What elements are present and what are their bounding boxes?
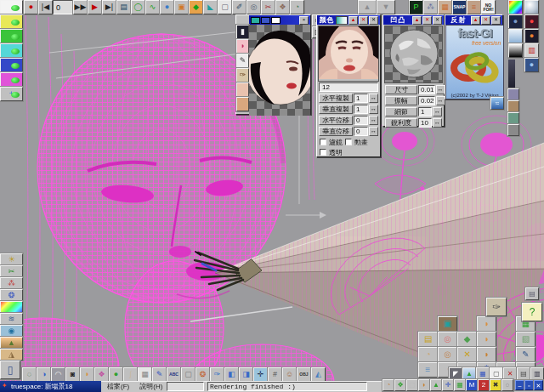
skin-swatch-icon[interactable]: [236, 82, 249, 97]
record-button[interactable]: ●: [24, 0, 38, 14]
polygon-tool-icon[interactable]: ◆: [189, 0, 203, 14]
paint-icon[interactable]: ❖: [94, 367, 109, 382]
rainbow-screen-icon[interactable]: [0, 301, 23, 313]
param-label[interactable]: 振幅: [385, 96, 417, 105]
orbit-tool-icon[interactable]: ◔: [290, 0, 304, 14]
pencil-tool-icon[interactable]: ✎: [516, 347, 536, 362]
prev-frame-button[interactable]: |◀: [38, 0, 53, 14]
param-value[interactable]: 1: [354, 105, 368, 114]
color-window[interactable]: 颜色 ▲ ✕ ✕ 12 水平複製 1 ↔ 垂直複製 1: [316, 14, 381, 157]
glow-material-icon[interactable]: ●: [524, 14, 539, 29]
fast-forward-button[interactable]: ▶▶: [73, 0, 88, 14]
reflection-titlebar[interactable]: 反射 ▲ ✕ ✕: [445, 15, 502, 25]
swatch-white[interactable]: [0, 0, 23, 14]
param-label[interactable]: 垂直複製: [319, 105, 353, 114]
palette2-icon[interactable]: ❂: [196, 367, 210, 382]
page-tool-icon[interactable]: ▢: [218, 0, 232, 14]
spray-tool-icon[interactable]: ◣: [203, 0, 218, 14]
filter-checkbox[interactable]: [320, 139, 326, 145]
drag-arrows-icon[interactable]: ↔: [369, 127, 378, 136]
bump-window[interactable]: 凹凸 ▲ ✕ ✕ 尺寸 0.01 ↔ 振幅 0.02 ↔ 細節 1 ↔: [382, 14, 445, 127]
drag-arrows-icon[interactable]: ↔: [436, 85, 445, 94]
pen-icon[interactable]: ✎: [236, 54, 249, 68]
delete-icon[interactable]: ✕: [481, 16, 490, 25]
brush-icon[interactable]: ✑: [236, 68, 249, 82]
param-label[interactable]: 水平位移: [319, 116, 353, 125]
param-label[interactable]: 垂直位移: [319, 127, 353, 136]
next-frame-button[interactable]: ▶|: [102, 0, 116, 14]
gradient-material-icon[interactable]: [508, 43, 523, 58]
obj-icon[interactable]: OBJ: [297, 367, 311, 382]
face-icon[interactable]: ☺: [282, 367, 297, 382]
small-panel-icon[interactable]: ▤: [525, 287, 539, 300]
wedge-icon[interactable]: ◗: [80, 367, 94, 382]
axes-small-icon[interactable]: ✛: [442, 379, 454, 391]
transparent-checkbox[interactable]: [320, 149, 326, 156]
film-strip-icon[interactable]: ▮: [236, 25, 249, 39]
blue-tool1-icon[interactable]: ◧: [224, 367, 239, 382]
mini-swatch-blue[interactable]: [261, 17, 270, 24]
play-button[interactable]: ▶: [88, 0, 102, 14]
scissors-icon[interactable]: ✂: [0, 265, 23, 277]
color-titlebar[interactable]: 颜色 ▲ ✕ ✕: [317, 15, 380, 25]
help-icon[interactable]: ?: [522, 303, 542, 321]
wedge-small-icon[interactable]: ◗: [418, 379, 430, 391]
orange-wedge1-icon[interactable]: ◗: [477, 316, 496, 332]
film-icon[interactable]: ▥: [530, 367, 544, 380]
box-tool-icon[interactable]: ▣: [174, 0, 189, 14]
sphere-tool-icon[interactable]: ●: [160, 0, 174, 14]
cursor-icon[interactable]: ◤: [449, 367, 462, 380]
glass-cup-icon[interactable]: ◑: [37, 367, 51, 382]
param-label[interactable]: 水平複製: [319, 94, 353, 103]
landscape-icon[interactable]: ▲: [0, 337, 23, 349]
dual-sphere-icon[interactable]: ●: [109, 367, 123, 382]
drag-arrows-icon[interactable]: ↔: [433, 118, 442, 128]
collapse-icon[interactable]: ▲: [471, 16, 480, 25]
donut2-icon[interactable]: ◎: [438, 347, 457, 362]
frame-counter[interactable]: 0: [53, 0, 73, 14]
shell1-icon[interactable]: ◔: [418, 347, 438, 362]
hierarchy-icon[interactable]: ⁂: [423, 0, 438, 14]
param-value[interactable]: 0: [354, 127, 368, 136]
lattice-icon[interactable]: ▧: [516, 332, 536, 347]
delete-icon[interactable]: ✕: [359, 16, 368, 25]
drag-arrows-icon[interactable]: ↔: [369, 116, 378, 125]
donut1-icon[interactable]: ◎: [438, 332, 457, 347]
disk-stack-icon[interactable]: ≋: [0, 313, 23, 325]
keyboard-icon[interactable]: ▤: [517, 367, 530, 380]
cut-tool-icon[interactable]: ✂: [261, 0, 275, 14]
gold-box-icon[interactable]: ▤: [418, 332, 438, 347]
texture-index-field[interactable]: 12: [319, 82, 378, 92]
mini-texture-3-icon[interactable]: [507, 112, 519, 124]
terrain-icon[interactable]: ◮: [0, 349, 23, 361]
mini-texture-1-icon[interactable]: [507, 88, 519, 100]
material-preview-window[interactable]: × ▮◗✎✑: [235, 14, 311, 115]
ring-tool-icon[interactable]: ◯: [131, 0, 145, 14]
drag-arrows-icon[interactable]: ↔: [369, 105, 378, 114]
skeleton-icon[interactable]: #: [268, 367, 282, 382]
param-label[interactable]: 銳利度: [385, 118, 417, 128]
swatch-green[interactable]: [0, 29, 23, 43]
mini-swatch-teal[interactable]: [251, 17, 260, 24]
material-preview-titlebar[interactable]: ×: [249, 15, 310, 25]
knife-tool-icon[interactable]: ✐: [232, 0, 246, 14]
blob-icon[interactable]: ◠: [51, 367, 65, 382]
texture-icon[interactable]: ▦: [438, 0, 452, 14]
pencil-draw-icon[interactable]: ✎: [152, 367, 167, 382]
taskbar-app-button[interactable]: truespace: 新場景18: [0, 381, 101, 392]
dark-sphere-material-icon[interactable]: ●: [508, 14, 523, 29]
cube-3d-icon[interactable]: ◭: [311, 367, 326, 382]
mini-swatch-white[interactable]: [271, 17, 280, 24]
portrait-icon[interactable]: ◔: [382, 379, 394, 391]
drag-arrows-icon[interactable]: ↔: [369, 94, 378, 103]
close-icon[interactable]: ✕: [433, 16, 442, 25]
reflection-window[interactable]: 反射 ▲ ✕ ✕ fast-GI free version (c)2002 by…: [445, 14, 503, 99]
blank-icon[interactable]: ▢: [406, 379, 418, 391]
layers-icon[interactable]: ≡: [467, 0, 481, 14]
move-down-icon[interactable]: ▼: [377, 0, 395, 14]
grid-small-icon[interactable]: ▦: [454, 379, 466, 391]
trash-icon[interactable]: ▯: [0, 361, 20, 379]
globe-tool-icon[interactable]: ◎: [246, 0, 261, 14]
tan-swatch-icon[interactable]: [236, 97, 249, 111]
param-value[interactable]: 0.01: [418, 85, 435, 94]
